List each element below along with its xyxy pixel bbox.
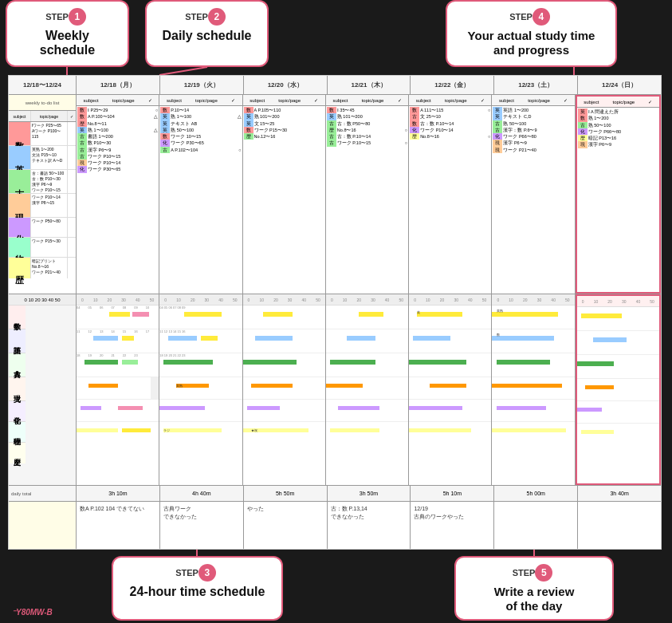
step4-box: STEP 4 Your actual study time and progre… — [446, 0, 617, 67]
step2-box: STEP 2 Daily schedule — [145, 0, 269, 67]
wed-entries: 数A P.105〜110 英熟 101〜200 英文 15〜25 数ワーク P1… — [243, 106, 325, 294]
review-thu: 古：数 P.13,14できなかった — [328, 502, 411, 550]
sun-entries: 英Ⅰ A 問違えた所 数熟 1〜200 古熟 50〜100 化ワーク P66〜8… — [577, 108, 659, 292]
step5-number: 5 — [535, 564, 552, 582]
thu-entries: 数Ⅰ 35〜45 英熟 101〜200 古古：数 P50〜80 歴No.8〜16… — [326, 106, 408, 294]
step3-label: STEP — [175, 568, 198, 578]
date-wed: 12/20（水） — [244, 76, 328, 94]
review-sun — [578, 502, 661, 550]
sat-entries: 英英語 1〜200 英テキスト C,D 古熟 50〜100 古漢字：数 P.6〜… — [492, 106, 574, 294]
step2-title: Daily schedule — [156, 29, 257, 43]
day-col-fri: subjecttopic/page✓ 数A 111〜115○ 古文 25〜10 … — [409, 95, 492, 294]
step1-number: 1 — [69, 8, 86, 26]
step5-box: STEP 5 Write a review of the day — [454, 556, 614, 621]
step4-label: STEP — [509, 12, 532, 22]
time-col-wed: 01020304050 — [243, 294, 326, 485]
subject-row-chem: 化 ワーク P50〜80 — [9, 218, 76, 238]
review-wed: やった — [244, 502, 328, 550]
day-col-mon: subjecttopic/page✓ 数Ⅰ P25〜29○ 数A P.100〜1… — [77, 95, 159, 294]
subject-sidebar: weekly to-do list subject topic/page ✓ 数… — [9, 95, 77, 294]
review-tue: 古典ワークできなかった — [160, 502, 244, 550]
weekly-todo-label: weekly to-do list — [9, 95, 76, 111]
schedule-grid: 12/18〜12/24 12/18（月） 12/19（火） 12/20（水） 1… — [8, 75, 662, 550]
time-col-mon: 01020304050 04050607080910 — [77, 294, 159, 485]
day-col-sun: subjecttopic/page✓ 英Ⅰ A 問違えた所 数熟 1〜200 古… — [576, 95, 661, 294]
time-col-sat: 01020304050 英熟 数 — [492, 294, 575, 485]
time-col-sun: 01020304050 — [576, 294, 661, 485]
day-col-tue: subjecttopic/page✓ 数P.10〜14 英熟 1〜100△ 英テ… — [159, 95, 242, 294]
date-sat: 12/23（土） — [494, 76, 578, 94]
subject-row-classical: 古 古：書語 50〜100古：数 P10〜30漢字 P6〜9ワーク P10〜15 — [9, 170, 76, 194]
step1-label: STEP — [45, 12, 69, 22]
time-section: 0 10 20 30 40 50 数学 英語 古典 現文 化学 物理 歴史 01… — [9, 294, 661, 486]
subject-row-modern: 現 ワーク P10〜14漢字 P8〜15 — [9, 194, 76, 218]
fri-entries: 数A 111〜115○ 古文 25〜10 数古：数 P.10〜14 化ワーク P… — [409, 106, 491, 294]
svg-line-1 — [159, 67, 207, 75]
step5-label: STEP — [513, 568, 536, 578]
step1-box: STEP 1 Weekly schedule — [6, 0, 129, 67]
date-sun: 12/24（日） — [578, 76, 661, 94]
step5-title: Write a review of the day — [466, 585, 603, 613]
step4-number: 4 — [532, 8, 550, 26]
main-container: STEP 1 Weekly schedule STEP 2 Daily sche… — [0, 0, 672, 623]
review-section: 数A P.102 104 できてない 古典ワークできなかった やった 古：数 P… — [9, 502, 661, 550]
step3-box: STEP 3 24-hour time schedule — [112, 556, 283, 621]
subject-row-eng: 英 英熟 1〜200文法 P15〜10テキスト訳 A〜D — [9, 146, 76, 170]
time-col-tue: 01020304050 04 05 06 07 08 09 11 12 13 1… — [159, 294, 242, 485]
date-mon: 12/18（月） — [77, 76, 160, 94]
col-headers: subject topic/page ✓ — [9, 111, 76, 122]
date-tue: 12/19（火） — [160, 76, 244, 94]
step2-label: STEP — [185, 12, 208, 22]
review-mon: 数A P.102 104 できてない — [77, 502, 160, 550]
step3-number: 3 — [198, 564, 216, 582]
date-fri: 12/22（金） — [411, 76, 494, 94]
step4-title: Your actual study time and progress — [457, 29, 606, 57]
time-day-columns: 01020304050 04050607080910 — [77, 294, 661, 485]
subject-row-math: 数 Ⅰワーク P25〜65Aワーク P100〜115 — [9, 122, 76, 146]
review-sat — [494, 502, 578, 550]
daily-totals-row: daily total 3h 10m 4h 40m 5h 50m 3h 50m … — [9, 486, 661, 502]
subject-section: weekly to-do list subject topic/page ✓ 数… — [9, 95, 661, 294]
step3-title: 24-hour time schedule — [123, 585, 272, 599]
day-col-thu: subjecttopic/page✓ 数Ⅰ 35〜45 英熟 101〜200 古… — [326, 95, 409, 294]
product-label: ⁻Y80MW-B — [12, 608, 53, 617]
day-columns: subjecttopic/page✓ 数Ⅰ P25〜29○ 数A P.100〜1… — [77, 95, 661, 294]
subject-row-hist: 歴 暗記プリントNo.8〜16ワーク P21〜40 — [9, 258, 76, 278]
time-col-fri: 01020304050 英 — [409, 294, 492, 485]
time-col-thu: 01020304050 — [326, 294, 409, 485]
subject-row-phys: 物 ワーク P15〜30 — [9, 238, 76, 258]
date-range: 12/18〜12/24 — [9, 76, 77, 94]
review-fri: 12/19古典のワークやった — [411, 502, 494, 550]
day-col-wed: subjecttopic/page✓ 数A P.105〜110 英熟 101〜2… — [243, 95, 326, 294]
day-col-sat: subjecttopic/page✓ 英英語 1〜200 英テキスト C,D 古… — [492, 95, 575, 294]
date-header: 12/18〜12/24 12/18（月） 12/19（火） 12/20（水） 1… — [9, 76, 661, 95]
step2-number: 2 — [208, 8, 226, 26]
tue-entries: 数P.10〜14 英熟 1〜100△ 英テキスト AB 英熟 50〜100 数ワ… — [159, 106, 242, 294]
mon-entries: 数Ⅰ P25〜29○ 数A P.100〜104△ 歴No.8〜11 英熟 1〜1… — [77, 106, 159, 294]
time-section-label: 0 10 20 30 40 50 数学 英語 古典 現文 化学 物理 歴史 — [9, 294, 77, 485]
date-thu: 12/21（木） — [328, 76, 411, 94]
step1-title: Weekly schedule — [17, 29, 118, 57]
